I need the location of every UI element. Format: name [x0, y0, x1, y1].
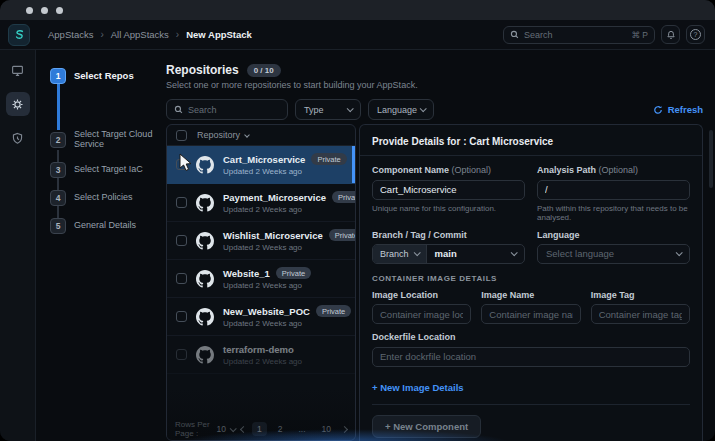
repo-row-payment-microservice[interactable]: Payment_Microservice Private Updated 2 W…: [167, 184, 355, 222]
repo-search-input[interactable]: [188, 105, 280, 115]
repo-search[interactable]: [166, 99, 288, 120]
step-general-details[interactable]: 5 General Details: [50, 218, 166, 234]
step-select-iac[interactable]: 3 Select Target IaC: [50, 162, 166, 178]
repository-list-panel: Repository Cart_Microservice Privat: [166, 124, 356, 441]
private-badge: Private: [311, 153, 346, 165]
repo-row-cart-microservice[interactable]: Cart_Microservice Private Updated 2 Week…: [167, 146, 355, 184]
repo-name: Wishlist_Microservice: [223, 230, 323, 241]
type-filter-label: Type: [304, 105, 324, 115]
stepper-connector: [57, 178, 59, 190]
image-tag-label: Image Tag: [591, 290, 690, 300]
private-badge: Private: [276, 267, 311, 279]
row-checkbox[interactable]: [176, 197, 187, 208]
step-select-cloud-service[interactable]: 2 Select Target Cloud Service: [50, 130, 166, 150]
app-logo[interactable]: [8, 24, 30, 46]
monitor-icon: [11, 64, 24, 77]
branch-mode-select[interactable]: Branch: [373, 245, 427, 263]
component-name-helper: Unique name for this configuration.: [372, 204, 525, 213]
analysis-path-helper: Path within this repository that needs t…: [537, 204, 690, 222]
repo-row-wishlist-microservice[interactable]: Wishlist_Microservice Private Updated 2 …: [167, 222, 355, 260]
branch-combo[interactable]: Branch main: [372, 244, 525, 264]
icon-sidebar: [0, 50, 36, 441]
optional-hint: (Optional): [599, 165, 639, 175]
container-image-section-header: CONTAINER IMAGE DETAILS: [372, 274, 690, 283]
language-select[interactable]: Select language: [537, 244, 690, 264]
language-filter[interactable]: Language: [368, 99, 434, 120]
repository-column-header[interactable]: Repository: [197, 130, 249, 140]
dockerfile-location-input[interactable]: [372, 347, 690, 367]
step-label: Select Policies: [74, 193, 133, 203]
row-checkbox[interactable]: [176, 273, 187, 284]
global-search[interactable]: ⌘ P: [503, 26, 655, 44]
repo-row-terraform-demo[interactable]: terraform-demo Updated 2 Weeks ago: [167, 336, 355, 374]
image-tag-input[interactable]: [591, 304, 690, 324]
chevron-down-icon: [347, 105, 354, 112]
type-filter[interactable]: Type: [295, 99, 361, 120]
step-number: 3: [50, 162, 66, 178]
step-select-repos[interactable]: 1 Select Repos: [50, 68, 166, 84]
refresh-icon: [653, 105, 663, 115]
page-2-button[interactable]: 2: [273, 422, 288, 436]
row-checkbox[interactable]: [176, 159, 187, 170]
github-icon: [196, 194, 214, 212]
column-header-label: Repository: [197, 130, 240, 140]
repo-name: Payment_Microservice: [223, 192, 326, 203]
step-label: General Details: [74, 221, 136, 231]
rows-per-page-select[interactable]: 10: [217, 424, 235, 434]
new-component-button[interactable]: + New Component: [372, 415, 481, 438]
window-dot[interactable]: [56, 7, 63, 14]
refresh-button[interactable]: Refresh: [653, 104, 703, 115]
row-checkbox[interactable]: [176, 311, 187, 322]
step-number: 1: [50, 68, 66, 84]
bell-icon: [666, 30, 676, 40]
stepper-connector: [57, 150, 59, 162]
repo-row-website-1[interactable]: Website_1 Private Updated 2 Weeks ago: [167, 260, 355, 298]
pagination-bar: Rows Per Page : 10 1 2 ... 10: [167, 418, 355, 440]
breadcrumb-current: New AppStack: [186, 29, 252, 40]
branch-label: Branch / Tag / Commit: [372, 230, 525, 240]
scrollbar-thumb[interactable]: [709, 130, 713, 188]
prev-page-button[interactable]: [240, 425, 247, 432]
chevron-down-icon: [420, 105, 427, 112]
page-10-button[interactable]: 10: [317, 422, 336, 436]
sidebar-item-workspaces[interactable]: [6, 58, 30, 82]
select-all-checkbox[interactable]: [176, 130, 187, 141]
chevron-down-icon: [413, 249, 420, 256]
breadcrumb-all-appstacks[interactable]: All AppStacks: [111, 29, 169, 40]
language-label: Language: [537, 230, 690, 240]
global-search-input[interactable]: [524, 30, 626, 40]
sidebar-item-policies[interactable]: [6, 126, 30, 150]
row-checkbox[interactable]: [176, 235, 187, 246]
app-header: AppStacks › All AppStacks › New AppStack…: [0, 20, 715, 50]
next-page-button[interactable]: [341, 425, 348, 432]
private-badge: Private: [316, 305, 351, 317]
image-name-input[interactable]: [481, 304, 580, 324]
breadcrumb-appstacks[interactable]: AppStacks: [48, 29, 93, 40]
image-location-label: Image Location: [372, 290, 471, 300]
sidebar-item-appstacks[interactable]: [6, 92, 30, 116]
repo-updated: Updated 2 Weeks ago: [223, 205, 346, 214]
rows-per-page-value: 10: [217, 424, 226, 434]
selected-count-badge: 0 / 10: [247, 64, 281, 77]
private-badge: Private: [329, 229, 356, 241]
github-icon: [196, 346, 214, 364]
table-header: Repository: [167, 125, 355, 146]
window-dot[interactable]: [26, 7, 33, 14]
new-image-details-link[interactable]: + New Image Details: [372, 382, 464, 393]
page-title: Repositories: [166, 63, 239, 77]
repo-row-new-website-poc[interactable]: New_Website_POC Private Updated 2 Weeks …: [167, 298, 355, 336]
image-location-input[interactable]: [372, 304, 471, 324]
notifications-button[interactable]: [661, 25, 680, 44]
wizard-stepper: 1 Select Repos 2 Select Target Cloud Ser…: [36, 50, 166, 441]
step-select-policies[interactable]: 4 Select Policies: [50, 190, 166, 206]
repo-updated: Updated 2 Weeks ago: [223, 243, 346, 252]
help-button[interactable]: ?: [686, 25, 705, 44]
repo-updated: Updated 2 Weeks ago: [223, 357, 302, 366]
analysis-path-input[interactable]: [537, 180, 690, 200]
window-dot[interactable]: [41, 7, 48, 14]
image-name-label: Image Name: [481, 290, 580, 300]
page-1-button[interactable]: 1: [252, 422, 267, 436]
component-name-input[interactable]: [372, 180, 525, 200]
row-checkbox[interactable]: [176, 349, 187, 360]
language-filter-label: Language: [377, 105, 417, 115]
